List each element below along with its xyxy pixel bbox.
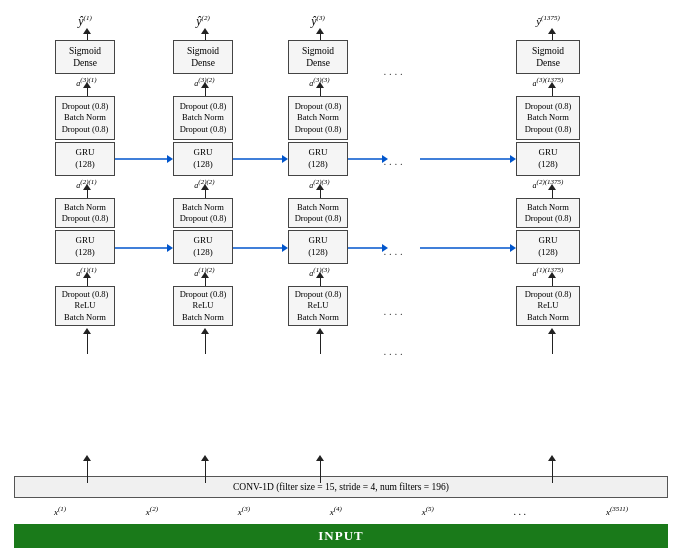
svg-marker-15: [510, 244, 516, 252]
x-label-4: x(4): [330, 505, 342, 517]
x-label-dots: . . .: [514, 506, 527, 517]
gru-bot-col1: GRU (128): [55, 230, 115, 264]
diagram: INPUT x(1) x(2) x(3) x(4) x(5) . . . x(3…: [0, 0, 682, 555]
dots-top: . . . .: [368, 65, 418, 77]
svg-marker-5: [382, 155, 388, 163]
sigmoid-dense-col1: Sigmoid Dense: [55, 40, 115, 74]
dropout-relu-bn-col3: Dropout (0.8) ReLU Batch Norm: [288, 286, 348, 326]
yhat-1: ŷ(1): [55, 14, 115, 29]
h-arrow-gru-top-2-3: [233, 153, 288, 165]
bn-dropout-col3: Batch Norm Dropout (0.8): [288, 198, 348, 228]
gru-top-col4: GRU (128): [516, 142, 580, 176]
arrow-line: [87, 461, 88, 483]
bn-dropout-col1: Batch Norm Dropout (0.8): [55, 198, 115, 228]
arrow-line: [205, 461, 206, 483]
yhat-4: ŷ(1375): [510, 14, 586, 27]
gru-top-col3: GRU (128): [288, 142, 348, 176]
dropout-bn-col2: Dropout (0.8) Batch Norm Dropout (0.8): [173, 96, 233, 140]
dropout-relu-bn-col1: Dropout (0.8) ReLU Batch Norm: [55, 286, 115, 326]
x-label-last: x(3511): [606, 505, 628, 517]
yhat-3: ŷ(3): [288, 14, 348, 29]
dots-bot2: . . . .: [368, 345, 418, 357]
x-label-2: x(2): [146, 505, 158, 517]
x-label-5: x(5): [422, 505, 434, 517]
dropout-bn-col4: Dropout (0.8) Batch Norm Dropout (0.8): [516, 96, 580, 140]
dropout-relu-bn-col2: Dropout (0.8) ReLU Batch Norm: [173, 286, 233, 326]
svg-marker-1: [167, 155, 173, 163]
sigmoid-dense-col2: Sigmoid Dense: [173, 40, 233, 74]
input-label: INPUT: [318, 528, 363, 544]
svg-marker-7: [510, 155, 516, 163]
dropout-relu-bn-col4: Dropout (0.8) ReLU Batch Norm: [516, 286, 580, 326]
svg-marker-11: [282, 244, 288, 252]
h-arrow-gru-bot-dots-4: [420, 242, 516, 254]
conv-label: CONV-1D (filter size = 15, stride = 4, n…: [233, 482, 449, 492]
x-label-3: x(3): [238, 505, 250, 517]
h-arrow-gru-top-dots-4: [420, 153, 516, 165]
conv-bar: CONV-1D (filter size = 15, stride = 4, n…: [14, 476, 668, 498]
bn-dropout-col2: Batch Norm Dropout (0.8): [173, 198, 233, 228]
arrow-conv-col1: [83, 328, 91, 354]
svg-marker-3: [282, 155, 288, 163]
gru-bot-col3: GRU (128): [288, 230, 348, 264]
gru-top-col1: GRU (128): [55, 142, 115, 176]
h-arrow-gru-top-3-dots: [348, 153, 388, 165]
dots-bot: . . . .: [368, 305, 418, 317]
yhat-2: ŷ(2): [173, 14, 233, 29]
dropout-bn-col1: Dropout (0.8) Batch Norm Dropout (0.8): [55, 96, 115, 140]
svg-marker-13: [382, 244, 388, 252]
h-arrow-gru-top-1-2: [115, 153, 173, 165]
h-arrow-gru-bot-1-2: [115, 242, 173, 254]
input-bar: INPUT: [14, 524, 668, 548]
bn-dropout-col4: Batch Norm Dropout (0.8): [516, 198, 580, 228]
gru-bot-col2: GRU (128): [173, 230, 233, 264]
x-label-1: x(1): [54, 505, 66, 517]
sigmoid-dense-col4: Sigmoid Dense: [516, 40, 580, 74]
arrow-line: [552, 461, 553, 483]
dropout-bn-col3: Dropout (0.8) Batch Norm Dropout (0.8): [288, 96, 348, 140]
h-arrow-gru-bot-3-dots: [348, 242, 388, 254]
svg-marker-9: [167, 244, 173, 252]
sigmoid-dense-col3: Sigmoid Dense: [288, 40, 348, 74]
arrow-line: [320, 461, 321, 483]
gru-top-col2: GRU (128): [173, 142, 233, 176]
gru-bot-col4: GRU (128): [516, 230, 580, 264]
h-arrow-gru-bot-2-3: [233, 242, 288, 254]
